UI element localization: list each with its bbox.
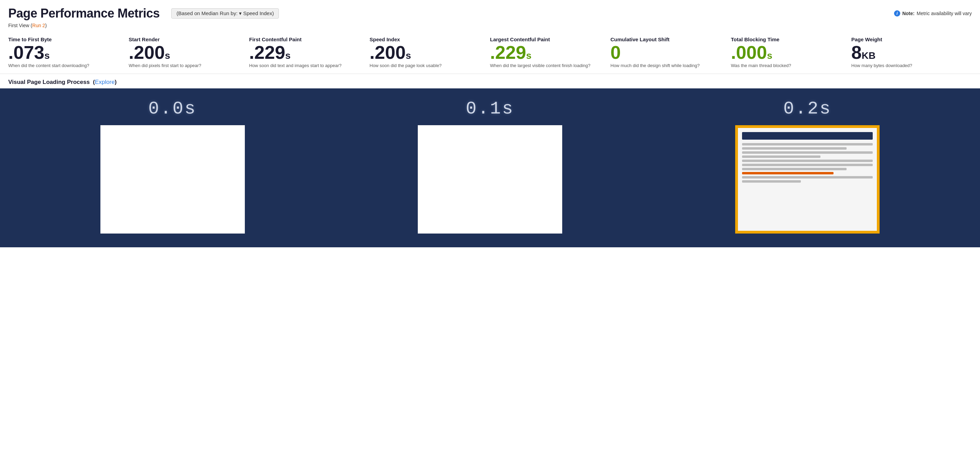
visual-title: Visual Page Loading Process (Explore) xyxy=(8,79,116,85)
metric-tbt: Total Blocking Time.000sWas the main thr… xyxy=(731,37,851,69)
header-top: Page Performance Metrics (Based on Media… xyxy=(8,6,972,21)
metric-page-weight: Page Weight8KBHow many bytes downloaded? xyxy=(851,37,972,69)
metric-desc-speed-index: How soon did the page look usable? xyxy=(370,63,483,69)
fake-line-2-8 xyxy=(742,176,873,178)
metric-label-speed-index: Speed Index xyxy=(370,37,483,42)
frame-time-0: 0.0s xyxy=(148,99,197,119)
metric-lcp: Largest Contentful Paint.229sWhen did th… xyxy=(490,37,610,69)
metric-desc-cls: How much did the design shift while load… xyxy=(610,63,724,69)
explore-link[interactable]: Explore xyxy=(95,79,115,85)
frame-time-1: 0.1s xyxy=(466,99,514,119)
fake-line-2-9 xyxy=(742,180,801,183)
note-label: Note: xyxy=(902,11,915,16)
header-section: Page Performance Metrics (Based on Media… xyxy=(0,0,980,37)
metric-start-render: Start Render.200sWhen did pixels first s… xyxy=(129,37,249,69)
fake-line-2-3 xyxy=(742,156,821,158)
fake-line-2-1 xyxy=(742,147,846,150)
frame-blank-0 xyxy=(102,126,244,233)
metric-label-start-render: Start Render xyxy=(129,37,242,42)
metric-value-lcp: .229s xyxy=(490,43,603,62)
metric-cls: Cumulative Layout Shift0How much did the… xyxy=(610,37,731,69)
metric-label-fcp: First Contentful Paint xyxy=(249,37,363,42)
metric-value-speed-index: .200s xyxy=(370,43,483,62)
fake-line-2-5 xyxy=(742,164,873,166)
metric-ttfb: Time to First Byte.073sWhen did the cont… xyxy=(8,37,129,69)
note-text: Metric availability will vary xyxy=(917,11,972,16)
film-strip: 0.0s0.1s0.2s xyxy=(0,88,980,247)
metric-value-fcp: .229s xyxy=(249,43,363,62)
film-frame-0: 0.0s xyxy=(14,99,331,234)
metrics-row: Time to First Byte.073sWhen did the cont… xyxy=(0,37,980,74)
fake-line-2-6 xyxy=(742,168,846,170)
frame-time-2: 0.2s xyxy=(783,99,832,119)
fake-line-2-7 xyxy=(742,172,834,174)
metric-label-page-weight: Page Weight xyxy=(851,37,965,42)
film-frame-2: 0.2s xyxy=(649,99,966,234)
note-area: i Note: Metric availability will vary xyxy=(894,10,972,16)
fake-line-2-4 xyxy=(742,159,873,162)
metric-desc-tbt: Was the main thread blocked? xyxy=(731,63,845,69)
fake-header-2 xyxy=(742,132,873,140)
metric-fcp: First Contentful Paint.229sHow soon did … xyxy=(249,37,370,69)
metric-value-cls: 0 xyxy=(610,43,724,62)
median-badge[interactable]: (Based on Median Run by: ▾ Speed Index) xyxy=(171,8,279,19)
info-icon: i xyxy=(894,10,900,16)
page-wrapper: Page Performance Metrics (Based on Media… xyxy=(0,0,980,454)
metric-value-start-render: .200s xyxy=(129,43,242,62)
metric-desc-ttfb: When did the content start downloading? xyxy=(8,63,122,69)
metric-speed-index: Speed Index.200sHow soon did the page lo… xyxy=(370,37,490,69)
metric-value-tbt: .000s xyxy=(731,43,845,62)
first-view-label: First View xyxy=(8,23,29,28)
metric-value-page-weight: 8KB xyxy=(851,43,965,62)
metric-label-ttfb: Time to First Byte xyxy=(8,37,122,42)
metric-desc-lcp: When did the largest visible content fin… xyxy=(490,63,603,69)
metric-desc-page-weight: How many bytes downloaded? xyxy=(851,63,965,69)
metric-label-lcp: Largest Contentful Paint xyxy=(490,37,603,42)
page-title: Page Performance Metrics xyxy=(8,6,159,21)
frame-blank-1 xyxy=(419,126,561,233)
frame-image-0 xyxy=(100,125,245,234)
first-view-run-link[interactable]: Run 2 xyxy=(32,23,45,28)
film-frame-1: 0.1s xyxy=(331,99,649,234)
visual-section-header: Visual Page Loading Process (Explore) xyxy=(0,74,980,88)
frame-image-2 xyxy=(735,125,880,234)
metric-desc-fcp: How soon did text and images start to ap… xyxy=(249,63,363,69)
metric-label-tbt: Total Blocking Time xyxy=(731,37,845,42)
frame-page-2 xyxy=(738,128,877,231)
metric-value-ttfb: .073s xyxy=(8,43,122,62)
first-view-line: First View (Run 2) xyxy=(8,23,972,28)
fake-line-2-2 xyxy=(742,151,873,154)
fake-line-2-0 xyxy=(742,143,873,145)
frame-image-1 xyxy=(418,125,562,234)
metric-label-cls: Cumulative Layout Shift xyxy=(610,37,724,42)
metric-desc-start-render: When did pixels first start to appear? xyxy=(129,63,242,69)
